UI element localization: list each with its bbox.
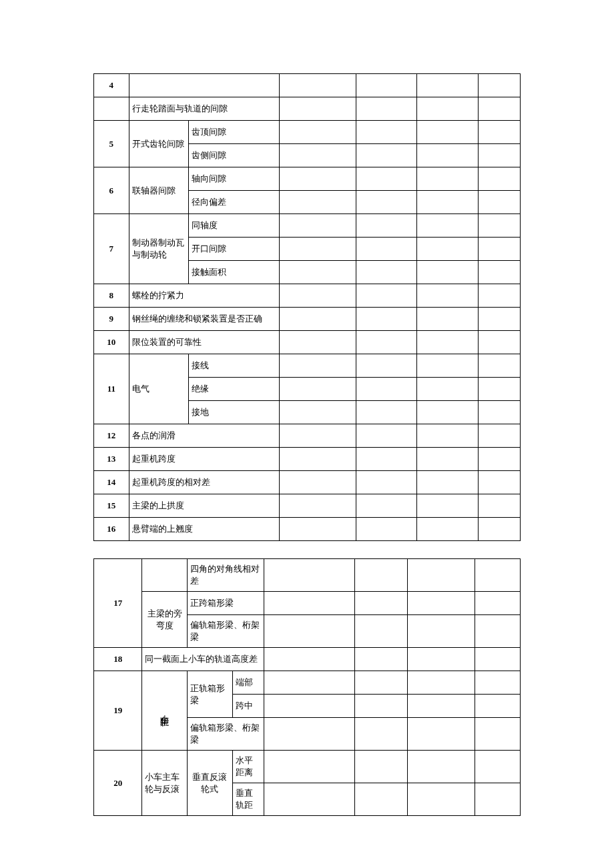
row-9-text: 钢丝绳的缠绕和锁紧装置是否正确 xyxy=(129,308,280,331)
cell xyxy=(354,648,407,671)
cell xyxy=(475,751,521,783)
row-8-text: 螺栓的拧紧力 xyxy=(129,284,280,308)
cell xyxy=(478,74,520,97)
row-14-num: 14 xyxy=(94,471,129,494)
row-19-g1s2: 跨中 xyxy=(232,695,264,718)
cell xyxy=(280,261,356,284)
table-row: 15 主梁的上拱度 xyxy=(94,494,521,518)
table-row: 17 四角的对角线相对差 xyxy=(94,559,521,592)
row-19-g1s1: 端部 xyxy=(232,671,264,695)
cell xyxy=(417,144,479,167)
row-16-num: 16 xyxy=(94,518,129,541)
cell xyxy=(417,191,479,214)
row-8-num: 8 xyxy=(94,284,129,308)
cell xyxy=(417,74,479,97)
row-4-text: 行走轮踏面与轨道的间隙 xyxy=(129,97,280,121)
cell xyxy=(478,284,520,308)
cell xyxy=(264,695,354,718)
cell xyxy=(407,671,475,695)
cell xyxy=(417,167,479,191)
table-row: 6 联轴器间隙 轴向间隙 xyxy=(94,167,521,191)
cell xyxy=(478,518,520,541)
table-row: 14 起重机跨度的相对差 xyxy=(94,471,521,494)
cell xyxy=(475,592,521,615)
cell xyxy=(417,308,479,331)
cell xyxy=(407,559,475,592)
row-13-text: 起重机跨度 xyxy=(129,448,280,471)
table-row: 7 制动器制动瓦与制动轮 同轴度 xyxy=(94,214,521,238)
cell xyxy=(407,615,475,648)
cell xyxy=(356,354,417,378)
row-9-num: 9 xyxy=(94,308,129,331)
cell xyxy=(478,494,520,518)
cell xyxy=(478,378,520,401)
cell xyxy=(417,121,479,144)
row-11-sub2: 绝缘 xyxy=(188,378,279,401)
cell xyxy=(356,74,417,97)
cell xyxy=(354,783,407,816)
cell xyxy=(264,559,354,592)
cell xyxy=(280,97,356,121)
cell xyxy=(264,671,354,695)
cell xyxy=(354,615,407,648)
row-10-num: 10 xyxy=(94,331,129,354)
cell xyxy=(478,97,520,121)
cell xyxy=(280,74,356,97)
row-7-sub1: 同轴度 xyxy=(188,214,279,238)
row-14-text: 起重机跨度的相对差 xyxy=(129,471,280,494)
cell xyxy=(478,144,520,167)
row-18-num: 18 xyxy=(94,648,142,671)
row-19-g2: 偏轨箱形梁、桁架梁 xyxy=(187,718,264,751)
cell xyxy=(407,695,475,718)
cell xyxy=(356,284,417,308)
cell xyxy=(280,191,356,214)
cell xyxy=(407,718,475,751)
table-row: 8 螺栓的拧紧力 xyxy=(94,284,521,308)
cell xyxy=(264,751,354,783)
cell xyxy=(354,695,407,718)
cell xyxy=(264,592,354,615)
row-7-label: 制动器制动瓦与制动轮 xyxy=(129,214,188,284)
cell xyxy=(356,214,417,238)
cell xyxy=(475,671,521,695)
cell xyxy=(478,354,520,378)
cell xyxy=(478,424,520,448)
table-row: 16 悬臂端的上翘度 xyxy=(94,518,521,541)
cell xyxy=(354,671,407,695)
cell xyxy=(280,378,356,401)
cell xyxy=(356,448,417,471)
cell xyxy=(475,559,521,592)
cell xyxy=(407,751,475,783)
row-11-sub3: 接地 xyxy=(188,401,279,424)
table-row: 10 限位装置的可靠性 xyxy=(94,331,521,354)
row-6-label: 联轴器间隙 xyxy=(129,167,188,214)
row-7-num: 7 xyxy=(94,214,129,284)
cell xyxy=(417,97,479,121)
cell xyxy=(356,494,417,518)
cell xyxy=(356,424,417,448)
row-6-sub2: 径向偏差 xyxy=(188,191,279,214)
row-5-num: 5 xyxy=(94,121,129,167)
table-row: 主梁的旁弯度 正跨箱形梁 xyxy=(94,592,521,615)
cell xyxy=(417,518,479,541)
cell xyxy=(264,783,354,816)
cell xyxy=(356,167,417,191)
cell xyxy=(407,592,475,615)
cell xyxy=(280,354,356,378)
cell xyxy=(356,261,417,284)
cell xyxy=(354,751,407,783)
cell xyxy=(417,401,479,424)
table-row: 18 同一截面上小车的轨道高度差 xyxy=(94,648,521,671)
cell xyxy=(356,121,417,144)
row-19-num: 19 xyxy=(94,671,142,751)
cell xyxy=(356,471,417,494)
row-17-num: 17 xyxy=(94,559,142,648)
cell xyxy=(356,331,417,354)
cell xyxy=(417,448,479,471)
cell xyxy=(280,494,356,518)
table-row: 20 小车主车轮与反滚 垂直反滚轮式 水平距离 xyxy=(94,751,521,783)
cell xyxy=(478,191,520,214)
row-20-num: 20 xyxy=(94,751,142,816)
table-row: 19 小车轨距 正轨箱形梁 端部 xyxy=(94,671,521,695)
cell xyxy=(280,121,356,144)
